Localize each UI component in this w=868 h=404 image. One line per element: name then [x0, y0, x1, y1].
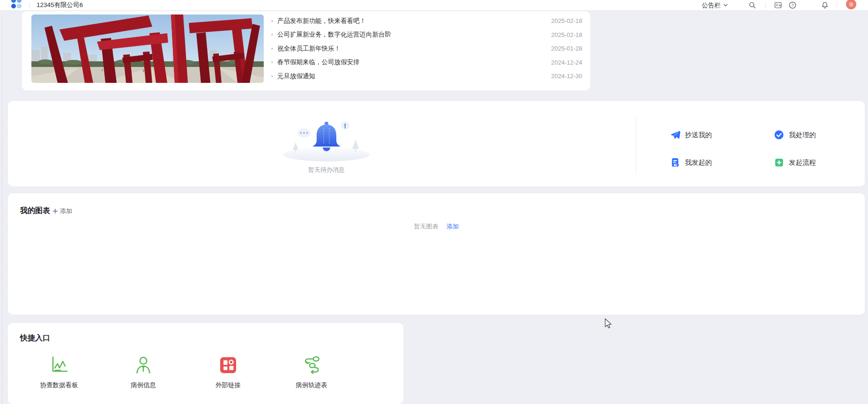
- announcement-title: 春节假期来临，公司放假安排: [277, 58, 360, 66]
- announcement-title: 祝全体员工新年快乐！: [277, 44, 341, 53]
- plus-icon: [52, 208, 58, 214]
- entry-label: 病例信息: [131, 381, 156, 389]
- dashboard-page: { "header": { "company_name": "12345有限公司…: [0, 0, 868, 404]
- left-rail-divider: [2, 17, 2, 404]
- divider: [29, 2, 30, 8]
- entry-label: 外部链接: [215, 381, 241, 389]
- announcement-date: 2025-01-28: [551, 45, 583, 52]
- entry-case-info[interactable]: 病例信息: [101, 355, 185, 389]
- divider: [765, 2, 766, 8]
- bullet-dot: [271, 20, 273, 22]
- chevron-down-icon: [723, 3, 728, 7]
- entry-external-link[interactable]: 外部链接: [186, 355, 270, 389]
- entry-data-board[interactable]: 协查数据看板: [17, 355, 101, 389]
- entry-case-track[interactable]: 病例轨迹表: [269, 355, 354, 389]
- announcement-date: 2024-12-24: [551, 59, 583, 66]
- app-grid-icon: [218, 355, 238, 375]
- add-chart-button[interactable]: 添加: [52, 207, 72, 215]
- red-sculpture-photo: [31, 15, 264, 83]
- svg-text:!: !: [344, 122, 346, 130]
- bullet-dot: [271, 61, 273, 63]
- announcement-banner-photo[interactable]: [31, 15, 264, 83]
- send-plane-icon: [670, 130, 680, 140]
- plus-square-icon: [774, 157, 784, 168]
- empty-bell-illustration: !: [280, 117, 373, 164]
- announcement-date: 2024-12-30: [551, 73, 583, 80]
- bullet-dot: [271, 48, 273, 50]
- announcement-date: 2025-02-18: [551, 31, 583, 38]
- announcement-item[interactable]: 产品发布新功能，快来看看吧！ 2025-02-18: [271, 14, 582, 28]
- my-charts-card: 我的图表 添加 暂无图表 添加: [8, 193, 865, 315]
- announcement-item[interactable]: 公司扩展新业务，数字化运营迈向新台阶 2025-02-18: [271, 28, 582, 42]
- top-bar: 12345有限公司6 公告栏 A ? 张: [0, 0, 868, 11]
- action-label: 我发起的: [685, 158, 712, 167]
- announcement-title: 公司扩展新业务，数字化运营迈向新台阶: [277, 30, 391, 39]
- flow-track-icon: [301, 355, 322, 375]
- todo-empty-text: 暂无待办消息: [280, 166, 373, 174]
- check-circle-icon: [774, 130, 784, 140]
- svg-text:?: ?: [792, 3, 794, 7]
- action-cc-to-me[interactable]: 抄送我的: [670, 130, 712, 140]
- document-send-icon: [670, 157, 680, 168]
- notification-bell-icon[interactable]: [821, 1, 829, 9]
- announcement-item[interactable]: 祝全体员工新年快乐！ 2025-01-28: [271, 42, 582, 56]
- announcement-board-menu[interactable]: 公告栏: [702, 0, 728, 10]
- announcement-item[interactable]: 元旦放假通知 2024-12-30: [271, 69, 582, 83]
- user-avatar[interactable]: 张: [846, 0, 856, 9]
- quick-entry-card: 快捷入口 协查数据看板 病例信息 外部链接: [8, 323, 403, 404]
- search-icon[interactable]: [749, 1, 756, 9]
- divider: [636, 116, 636, 174]
- todo-card: ! 暂无待办消息 抄送我的 我处理的 我发起的: [8, 101, 865, 186]
- announcement-date: 2025-02-18: [551, 17, 583, 24]
- charts-empty-text: 暂无图表: [414, 223, 438, 230]
- entry-label: 协查数据看板: [40, 381, 78, 389]
- add-chart-label: 添加: [60, 207, 72, 215]
- bullet-dot: [271, 34, 273, 36]
- announcement-title: 产品发布新功能，快来看看吧！: [277, 17, 366, 25]
- action-label: 抄送我的: [685, 131, 712, 140]
- announcement-card: 产品发布新功能，快来看看吧！ 2025-02-18 公司扩展新业务，数字化运营迈…: [22, 11, 590, 90]
- charts-empty-state: 暂无图表 添加: [8, 222, 865, 231]
- action-start-process[interactable]: 发起流程: [774, 157, 816, 168]
- app-logo-icon[interactable]: [11, 0, 22, 9]
- company-name: 12345有限公司6: [37, 0, 83, 10]
- announcement-list: 产品发布新功能，快来看看吧！ 2025-02-18 公司扩展新业务，数字化运营迈…: [271, 14, 582, 83]
- announcement-title: 元旦放假通知: [277, 72, 315, 81]
- line-chart-icon: [49, 355, 69, 375]
- person-icon: [133, 355, 154, 375]
- mouse-cursor: [603, 318, 614, 329]
- action-handled-by-me[interactable]: 我处理的: [774, 130, 816, 140]
- bullet-dot: [271, 75, 273, 77]
- quick-entry-title: 快捷入口: [20, 333, 50, 343]
- charts-empty-add-link[interactable]: 添加: [446, 223, 459, 230]
- divider: [837, 2, 837, 8]
- help-icon[interactable]: ?: [789, 1, 796, 9]
- entry-label: 病例轨迹表: [296, 381, 327, 389]
- action-label: 我处理的: [789, 131, 816, 140]
- translate-icon[interactable]: A: [774, 1, 782, 9]
- action-started-by-me[interactable]: 我发起的: [670, 157, 712, 168]
- announcement-item[interactable]: 春节假期来临，公司放假安排 2024-12-24: [271, 56, 582, 70]
- menu-label: 公告栏: [702, 0, 721, 10]
- my-charts-title: 我的图表: [20, 206, 50, 216]
- action-label: 发起流程: [789, 158, 816, 167]
